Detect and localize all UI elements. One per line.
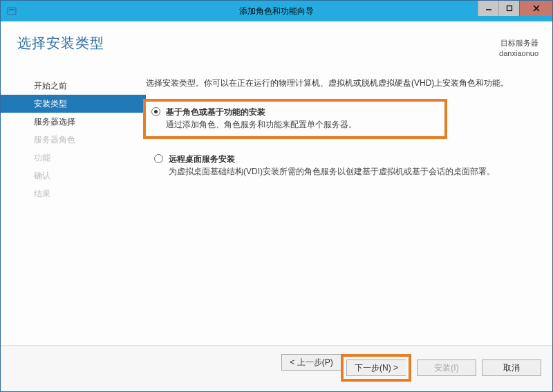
previous-button[interactable]: < 上一步(P) <box>281 354 341 371</box>
nav-server-selection[interactable]: 服务器选择 <box>1 113 146 131</box>
main-area: 开始之前 安装类型 服务器选择 服务器角色 功能 确认 结果 选择安装类型。你可… <box>1 71 552 345</box>
radio-rds[interactable] <box>154 154 163 163</box>
option-role-based[interactable]: 基于角色或基于功能的安装 通过添加角色、角色服务和功能来配置单个服务器。 <box>143 99 447 139</box>
prev-next-group: < 上一步(P) 下一步(N) > <box>281 354 411 382</box>
option-rds-desc: 为虚拟桌面基础结构(VDI)安装所需的角色服务以创建基于虚拟机或基于会话的桌面部… <box>169 165 530 178</box>
option-rds[interactable]: 远程桌面服务安装 为虚拟桌面基础结构(VDI)安装所需的角色服务以创建基于虚拟机… <box>146 146 538 186</box>
footer-buttons: < 上一步(P) 下一步(N) > 安装(I) 取消 <box>1 345 552 391</box>
nav-confirmation: 确认 <box>1 167 146 185</box>
wizard-body: 选择安装类型 目标服务器 danxiaonuo 开始之前 安装类型 服务器选择 … <box>1 21 552 391</box>
destination-value: danxiaonuo <box>499 48 538 59</box>
option-rds-title: 远程桌面服务安装 <box>169 153 530 165</box>
option-role-based-text: 基于角色或基于功能的安装 通过添加角色、角色服务和功能来配置单个服务器。 <box>166 106 439 131</box>
nav-installation-type[interactable]: 安装类型 <box>1 95 146 113</box>
next-button[interactable]: 下一步(N) > <box>346 360 406 376</box>
wizard-window: 添加角色和功能向导 选择安装类型 目标服务器 danxiaonuo <box>0 0 553 392</box>
page-title: 选择安装类型 <box>17 34 104 53</box>
titlebar: 添加角色和功能向导 <box>1 1 552 21</box>
wizard-nav: 开始之前 安装类型 服务器选择 服务器角色 功能 确认 结果 <box>1 77 146 345</box>
app-icon <box>6 6 17 17</box>
nav-results: 结果 <box>1 185 146 203</box>
install-button: 安装(I) <box>417 360 476 376</box>
cancel-button[interactable]: 取消 <box>482 360 541 376</box>
header-row: 选择安装类型 目标服务器 danxiaonuo <box>1 21 552 71</box>
window-controls <box>478 1 552 16</box>
intro-text: 选择安装类型。你可以在正在运行的物理计算机、虚拟机或脱机虚拟硬盘(VHD)上安装… <box>146 77 538 89</box>
option-rds-text: 远程桌面服务安装 为虚拟桌面基础结构(VDI)安装所需的角色服务以创建基于虚拟机… <box>169 153 530 178</box>
svg-rect-0 <box>8 8 16 15</box>
content-pane: 选择安装类型。你可以在正在运行的物理计算机、虚拟机或脱机虚拟硬盘(VHD)上安装… <box>146 77 538 345</box>
close-button[interactable] <box>519 1 552 16</box>
destination-label: 目标服务器 <box>499 38 538 48</box>
option-role-based-desc: 通过添加角色、角色服务和功能来配置单个服务器。 <box>166 118 439 131</box>
svg-rect-3 <box>507 6 512 11</box>
nav-before-you-begin[interactable]: 开始之前 <box>1 77 146 95</box>
svg-rect-1 <box>9 9 15 10</box>
option-role-based-title: 基于角色或基于功能的安装 <box>166 106 439 118</box>
destination-box: 目标服务器 danxiaonuo <box>499 34 538 59</box>
next-button-highlight: 下一步(N) > <box>341 354 411 382</box>
nav-features: 功能 <box>1 149 146 167</box>
nav-server-roles: 服务器角色 <box>1 131 146 149</box>
window-title: 添加角色和功能向导 <box>1 6 552 17</box>
radio-role-based[interactable] <box>151 107 160 116</box>
minimize-button[interactable] <box>478 1 498 16</box>
maximize-button[interactable] <box>498 1 519 16</box>
